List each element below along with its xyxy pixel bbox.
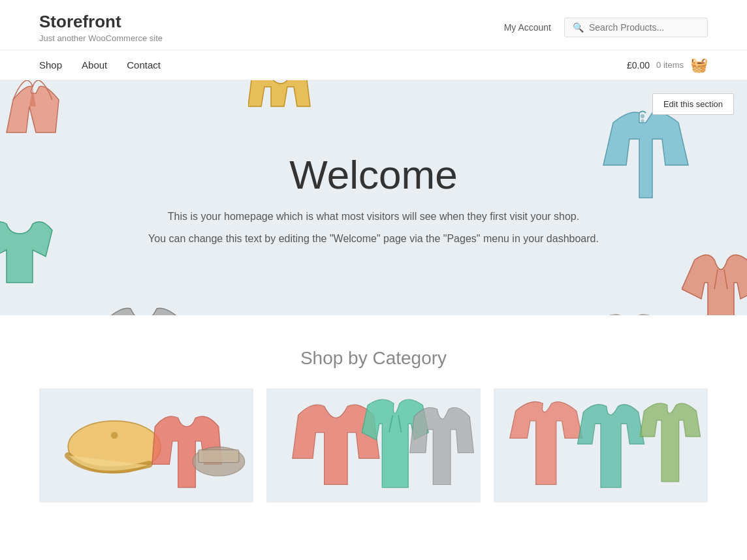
search-icon: 🔍 xyxy=(573,22,584,33)
hero-content: Welcome This is your homepage which is w… xyxy=(135,125,612,271)
hero-title: Welcome xyxy=(148,151,599,198)
nav-link-shop[interactable]: Shop xyxy=(39,59,62,70)
hero-text2: You can change this text by editing the … xyxy=(148,233,599,245)
deco-onesie-left xyxy=(0,211,72,296)
cart-price: £0.00 xyxy=(627,60,650,70)
header-right: My Account 🔍 xyxy=(504,18,708,37)
cart-area[interactable]: £0.00 0 items 🧺 xyxy=(627,57,708,74)
my-account-link[interactable]: My Account xyxy=(504,22,551,33)
site-tagline: Just another WooCommerce site xyxy=(39,33,504,43)
edit-section-button[interactable]: Edit this section xyxy=(652,93,734,115)
category-grid xyxy=(0,388,747,529)
category-card-1[interactable] xyxy=(39,388,253,503)
deco-jacket-topleft xyxy=(0,80,111,178)
nav-link-contact[interactable]: Contact xyxy=(127,59,161,70)
site-title: Storefront xyxy=(39,12,504,32)
svg-line-4 xyxy=(724,270,727,289)
svg-point-8 xyxy=(111,432,118,439)
svg-point-1 xyxy=(641,119,644,123)
cart-items-count: 0 items xyxy=(656,60,684,70)
deco-hoodie-right xyxy=(682,250,747,315)
deco-jacket-bottom xyxy=(98,302,189,315)
header-top: Storefront Just another WooCommerce site… xyxy=(0,0,747,50)
hero-text1: This is your homepage which is what most… xyxy=(148,211,599,223)
shop-by-category-section: Shop by Category xyxy=(0,315,747,529)
category-card-3[interactable] xyxy=(494,388,708,503)
category-card-2[interactable] xyxy=(266,388,481,503)
nav-links: Shop About Contact xyxy=(39,50,161,80)
svg-line-3 xyxy=(714,270,718,289)
nav-bar: Shop About Contact £0.00 0 items 🧺 xyxy=(0,50,747,80)
shop-category-title: Shop by Category xyxy=(0,315,747,388)
cart-icon[interactable]: 🧺 xyxy=(690,57,708,74)
hero-section: Welcome This is your homepage which is w… xyxy=(0,80,747,315)
category-card-3-illustration xyxy=(494,388,708,503)
search-box: 🔍 xyxy=(564,18,708,37)
category-card-1-illustration xyxy=(39,388,253,503)
category-card-2-illustration xyxy=(266,388,481,503)
svg-rect-10 xyxy=(199,450,239,463)
site-branding: Storefront Just another WooCommerce site xyxy=(39,12,504,43)
deco-tshirt-right xyxy=(590,309,682,315)
search-input[interactable] xyxy=(589,22,699,33)
svg-point-0 xyxy=(641,114,644,118)
nav-link-about[interactable]: About xyxy=(82,59,107,70)
